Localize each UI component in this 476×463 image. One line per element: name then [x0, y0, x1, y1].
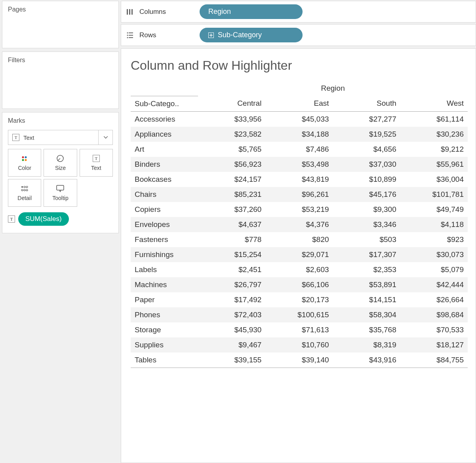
cell-value[interactable]: $14,151 [333, 292, 400, 307]
marks-text-button[interactable]: T Text [80, 149, 113, 177]
cell-value[interactable]: $9,300 [333, 202, 400, 217]
cell-value[interactable]: $39,155 [198, 352, 265, 368]
row-header[interactable]: Binders [131, 157, 198, 172]
cell-value[interactable]: $10,760 [265, 337, 333, 352]
cell-value[interactable]: $10,899 [333, 172, 400, 187]
row-header[interactable]: Paper [131, 292, 198, 307]
rows-pill[interactable]: Sub-Category [200, 28, 303, 42]
cell-value[interactable]: $2,451 [198, 262, 265, 277]
cell-value[interactable]: $3,346 [333, 217, 400, 232]
row-header[interactable]: Appliances [131, 127, 198, 142]
row-header[interactable]: Phones [131, 307, 198, 322]
cell-value[interactable]: $33,956 [198, 111, 265, 127]
row-header[interactable]: Tables [131, 352, 198, 368]
cell-value[interactable]: $503 [333, 232, 400, 247]
cell-value[interactable]: $4,376 [265, 217, 333, 232]
column-header[interactable]: West [400, 96, 468, 111]
cell-value[interactable]: $5,765 [198, 142, 265, 157]
cell-value[interactable]: $9,212 [400, 142, 468, 157]
cell-value[interactable]: $15,254 [198, 247, 265, 262]
cell-value[interactable]: $70,533 [400, 322, 468, 337]
cell-value[interactable]: $30,073 [400, 247, 468, 262]
row-header[interactable]: Supplies [131, 337, 198, 352]
cell-value[interactable]: $4,656 [333, 142, 400, 157]
cell-value[interactable]: $85,231 [198, 187, 265, 202]
row-header[interactable]: Chairs [131, 187, 198, 202]
filters-shelf[interactable]: Filters [2, 51, 119, 109]
cell-value[interactable]: $100,615 [265, 307, 333, 322]
column-header[interactable]: East [265, 96, 333, 111]
pages-shelf[interactable]: Pages [2, 1, 119, 48]
cell-value[interactable]: $72,403 [198, 307, 265, 322]
cell-value[interactable]: $26,797 [198, 277, 265, 292]
marks-detail-button[interactable]: Detail [8, 179, 41, 207]
cell-value[interactable]: $39,140 [265, 352, 333, 368]
row-header[interactable]: Storage [131, 322, 198, 337]
cell-value[interactable]: $71,613 [265, 322, 333, 337]
cell-value[interactable]: $53,498 [265, 157, 333, 172]
cell-value[interactable]: $5,079 [400, 262, 468, 277]
row-header[interactable]: Machines [131, 277, 198, 292]
cell-value[interactable]: $49,749 [400, 202, 468, 217]
cell-value[interactable]: $18,127 [400, 337, 468, 352]
cell-value[interactable]: $820 [265, 232, 333, 247]
cell-value[interactable]: $7,486 [265, 142, 333, 157]
cell-value[interactable]: $42,444 [400, 277, 468, 292]
cell-value[interactable]: $43,916 [333, 352, 400, 368]
row-header[interactable]: Furnishings [131, 247, 198, 262]
row-header[interactable]: Bookcases [131, 172, 198, 187]
cell-value[interactable]: $35,768 [333, 322, 400, 337]
cell-value[interactable]: $56,923 [198, 157, 265, 172]
cell-value[interactable]: $24,157 [198, 172, 265, 187]
mark-type-dropdown[interactable]: T Text [8, 130, 113, 145]
cell-value[interactable]: $923 [400, 232, 468, 247]
rows-shelf[interactable]: Rows Sub-Category [121, 24, 476, 46]
columns-shelf[interactable]: Columns Region [121, 1, 476, 23]
row-header[interactable]: Copiers [131, 202, 198, 217]
cell-value[interactable]: $2,353 [333, 262, 400, 277]
cell-value[interactable]: $17,492 [198, 292, 265, 307]
cell-value[interactable]: $8,319 [333, 337, 400, 352]
cell-value[interactable]: $4,118 [400, 217, 468, 232]
cell-value[interactable]: $61,114 [400, 111, 468, 127]
cell-value[interactable]: $53,219 [265, 202, 333, 217]
cell-value[interactable]: $29,071 [265, 247, 333, 262]
cell-value[interactable]: $101,781 [400, 187, 468, 202]
cell-value[interactable]: $2,603 [265, 262, 333, 277]
cell-value[interactable]: $66,106 [265, 277, 333, 292]
cell-value[interactable]: $58,304 [333, 307, 400, 322]
cell-value[interactable]: $53,891 [333, 277, 400, 292]
columns-pill[interactable]: Region [200, 4, 303, 19]
cell-value[interactable]: $84,755 [400, 352, 468, 368]
cell-value[interactable]: $45,176 [333, 187, 400, 202]
cell-value[interactable]: $98,684 [400, 307, 468, 322]
column-header[interactable]: South [333, 96, 400, 111]
row-header[interactable]: Envelopes [131, 217, 198, 232]
marks-text-pill[interactable]: SUM(Sales) [18, 212, 69, 226]
cell-value[interactable]: $4,637 [198, 217, 265, 232]
cell-value[interactable]: $26,664 [400, 292, 468, 307]
cell-value[interactable]: $45,930 [198, 322, 265, 337]
cell-value[interactable]: $27,277 [333, 111, 400, 127]
row-header[interactable]: Fasteners [131, 232, 198, 247]
cell-value[interactable]: $19,525 [333, 127, 400, 142]
cell-value[interactable]: $55,961 [400, 157, 468, 172]
marks-color-button[interactable]: Color [8, 149, 41, 177]
cell-value[interactable]: $778 [198, 232, 265, 247]
cell-value[interactable]: $34,188 [265, 127, 333, 142]
cell-value[interactable]: $9,467 [198, 337, 265, 352]
cell-value[interactable]: $20,173 [265, 292, 333, 307]
cell-value[interactable]: $43,819 [265, 172, 333, 187]
marks-tooltip-button[interactable]: Tooltip [44, 179, 77, 207]
marks-size-button[interactable]: Size [44, 149, 77, 177]
column-header[interactable]: Central [198, 96, 265, 111]
cell-value[interactable]: $23,582 [198, 127, 265, 142]
row-header[interactable]: Labels [131, 262, 198, 277]
cell-value[interactable]: $30,236 [400, 127, 468, 142]
row-header[interactable]: Art [131, 142, 198, 157]
viz-title[interactable]: Column and Row Highlighter [131, 58, 468, 73]
cell-value[interactable]: $37,030 [333, 157, 400, 172]
cell-value[interactable]: $17,307 [333, 247, 400, 262]
row-header[interactable]: Accessories [131, 111, 198, 127]
cell-value[interactable]: $36,004 [400, 172, 468, 187]
